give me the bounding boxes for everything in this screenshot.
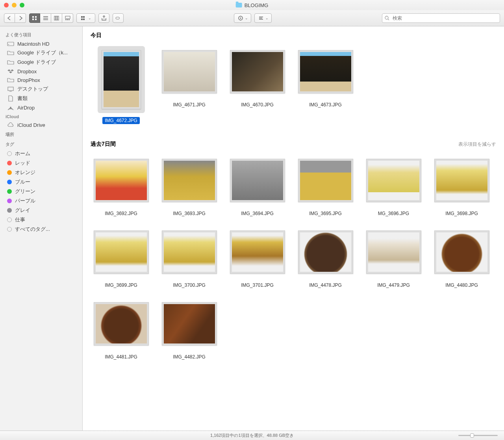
forward-button[interactable] — [15, 13, 26, 23]
sidebar-heading-favorites: よく使う項目 — [0, 30, 82, 39]
sidebar-tag-item[interactable]: オレンジ — [0, 168, 82, 177]
minimize-button[interactable] — [12, 3, 17, 7]
action-button[interactable]: ⌄ — [234, 13, 251, 23]
group-button[interactable]: ⌄ — [76, 13, 95, 23]
sidebar-item[interactable]: Google ドライブ — [0, 58, 82, 67]
file-thumbnail — [230, 50, 285, 93]
file-item[interactable]: MG_3696.JPG — [363, 155, 424, 217]
file-name: IMG_4672.JPG — [102, 117, 140, 124]
sidebar-tag-label: オレンジ — [15, 169, 35, 176]
file-item[interactable]: IMG_4478.JPG — [295, 226, 356, 289]
back-button[interactable] — [4, 13, 15, 23]
file-item[interactable]: IMG_3694.JPG — [227, 155, 288, 217]
toolbar: ⌄ ⌄ ⌄ — [0, 10, 504, 26]
file-name: MG_3696.JPG — [376, 210, 411, 217]
sidebar-item[interactable]: Google ドライブ（k... — [0, 48, 82, 58]
file-thumbnail — [366, 230, 421, 274]
show-less-link[interactable]: 表示項目を減らす — [458, 141, 496, 148]
tag-dot-icon — [7, 199, 12, 203]
close-button[interactable] — [4, 3, 9, 7]
file-item[interactable]: IMG_3698.JPG — [431, 155, 492, 217]
sidebar-tag-item[interactable]: レッド — [0, 158, 82, 168]
gallery-view-button[interactable] — [62, 13, 73, 23]
sidebar-item[interactable]: デスクトップ — [0, 84, 82, 94]
sidebar-item-label: Google ドライブ（k... — [17, 49, 68, 56]
cloud-icon — [7, 122, 14, 128]
status-bar: 1,162項目中の1項目を選択、48.88 GB空き — [0, 431, 504, 440]
file-item[interactable]: IMG_4673.JPG — [295, 46, 356, 124]
desktop-icon — [7, 86, 14, 92]
file-item[interactable]: IMG_3700.JPG — [159, 226, 220, 289]
sidebar-tag-item[interactable]: ブルー — [0, 177, 82, 187]
file-thumbnail — [162, 302, 217, 345]
sidebar-item[interactable]: iCloud Drive — [0, 121, 82, 129]
sidebar-tag-label: グレイ — [15, 207, 30, 214]
sidebar-heading-tags: タグ — [0, 139, 82, 149]
sidebar-tag-item[interactable]: グリーン — [0, 187, 82, 196]
zoom-slider[interactable] — [458, 435, 498, 436]
sidebar-item[interactable]: AirDrop — [0, 103, 82, 112]
section-past-label: 過去7日間 — [91, 141, 116, 148]
sidebar-tag-label: ブルー — [15, 178, 30, 186]
content-area[interactable]: 今日 IMG_4672.JPGIMG_4671.JPGIMG_4670.JPGI… — [83, 26, 504, 431]
file-item[interactable]: IMG_4671.JPG — [159, 46, 220, 124]
sidebar-tag-item[interactable]: ホーム — [0, 149, 82, 158]
file-thumbnail — [230, 230, 285, 274]
airdrop-icon — [7, 104, 14, 111]
sidebar-tag-item[interactable]: 仕事 — [0, 215, 82, 225]
icon-view-button[interactable] — [29, 13, 40, 23]
tag-dot-icon — [7, 161, 12, 165]
file-name: IMG_4479.JPG — [375, 282, 412, 289]
sidebar-item-label: 書類 — [17, 95, 28, 102]
file-item[interactable]: IMG_3693.JPG — [159, 155, 220, 217]
sidebar-tag-label: ホーム — [15, 150, 30, 157]
svg-point-17 — [240, 18, 241, 19]
file-item[interactable]: IMG_4482.JPG — [159, 298, 220, 360]
file-item[interactable]: IMG_4672.JPG — [91, 46, 152, 124]
file-thumbnail — [162, 230, 217, 274]
sidebar-tag-item[interactable]: グレイ — [0, 206, 82, 215]
sidebar: よく使う項目 Macintosh HDGoogle ドライブ（k...Googl… — [0, 26, 83, 431]
sidebar-tag-item[interactable]: パープル — [0, 196, 82, 206]
zoom-button[interactable] — [20, 3, 24, 7]
arrange-button[interactable]: ⌄ — [254, 13, 272, 23]
sidebar-item-label: Macintosh HD — [17, 41, 50, 47]
tag-dot-icon — [7, 151, 12, 156]
search-field[interactable] — [382, 13, 500, 23]
folder-icon — [7, 59, 14, 65]
search-input[interactable] — [382, 13, 500, 23]
sidebar-item[interactable]: DropPhox — [0, 76, 82, 84]
titlebar: BLOGIMG — [0, 0, 504, 10]
file-name: IMG_3698.JPG — [443, 210, 480, 217]
svg-rect-2 — [32, 19, 34, 20]
dropbox-icon — [7, 68, 14, 74]
tag-button[interactable] — [113, 13, 124, 23]
file-name: IMG_3693.JPG — [170, 210, 208, 217]
sidebar-item[interactable]: Dropbox — [0, 67, 82, 76]
tag-dot-icon — [7, 227, 12, 232]
svg-point-18 — [385, 16, 388, 19]
sidebar-item[interactable]: 書類 — [0, 94, 82, 103]
sidebar-tag-item[interactable]: すべてのタグ... — [0, 225, 82, 234]
list-view-button[interactable] — [40, 13, 51, 23]
svg-rect-13 — [81, 19, 83, 20]
file-thumbnail — [162, 159, 217, 202]
sidebar-tag-label: レッド — [15, 160, 30, 167]
file-thumbnail — [434, 159, 489, 202]
file-thumbnail — [230, 159, 285, 202]
search-icon — [384, 15, 390, 21]
file-item[interactable]: IMG_4480.JPG — [431, 226, 492, 289]
svg-point-20 — [8, 44, 9, 45]
sidebar-item[interactable]: Macintosh HD — [0, 39, 82, 48]
file-name: IMG_4671.JPG — [170, 101, 208, 108]
file-item[interactable]: IMG_4670.JPG — [227, 46, 288, 124]
file-item[interactable]: IMG_3701.JPG — [227, 226, 288, 289]
file-thumbnail — [434, 230, 489, 274]
file-item[interactable]: IMG_3692.JPG — [91, 155, 152, 217]
file-item[interactable]: IMG_4481.JPG — [91, 298, 152, 360]
file-item[interactable]: IMG_3695.JPG — [295, 155, 356, 217]
file-item[interactable]: IMG_4479.JPG — [363, 226, 424, 289]
column-view-button[interactable] — [51, 13, 62, 23]
file-item[interactable]: IMG_3699.JPG — [91, 226, 152, 289]
share-button[interactable] — [98, 13, 109, 23]
